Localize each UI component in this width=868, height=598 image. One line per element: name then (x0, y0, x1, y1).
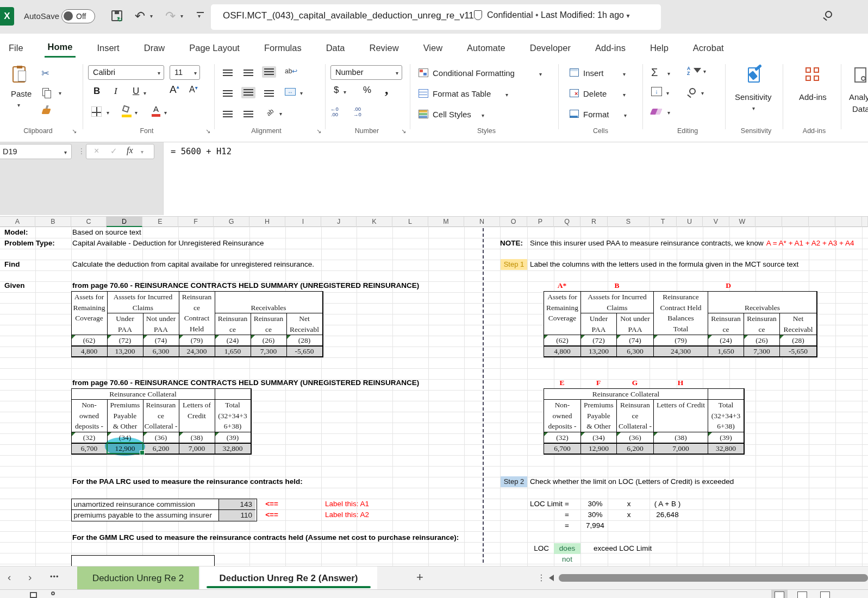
column-header-O[interactable]: O (500, 217, 527, 227)
align-right-icon[interactable] (264, 90, 274, 97)
increase-indent-icon[interactable] (243, 111, 253, 118)
column-header-U[interactable]: U (677, 217, 703, 227)
macro-record-icon[interactable] (30, 592, 37, 598)
ribbon-tab-add-ins[interactable]: Add-ins (592, 38, 629, 57)
column-header-G[interactable]: G (214, 217, 249, 227)
sensitivity-status[interactable]: Confidential • Last Modified: 1h ago ▾ (487, 10, 630, 20)
held-right-code-cell[interactable]: (62) (544, 335, 581, 346)
currency-chevron-icon[interactable]: ▾ (344, 89, 346, 95)
collateral-left-cell-reinsurance-collateral[interactable]: Reinsuran ce Collateral - (143, 400, 179, 432)
sort-filter-button[interactable]: A Z ▾ (687, 66, 703, 78)
column-header-W[interactable]: W (729, 217, 755, 227)
held-right-value-cell[interactable]: 24,300 (654, 346, 708, 357)
held-right-code-cell[interactable]: (28) (780, 335, 817, 346)
held-right-code-cell[interactable]: (72) (581, 335, 617, 346)
column-header-A[interactable]: A (0, 217, 35, 227)
held-left-cell-receivables[interactable]: Receivables (215, 292, 323, 313)
accessibility-icon[interactable] (51, 591, 55, 595)
insert-function-icon[interactable]: fx (127, 146, 133, 155)
column-header-Q[interactable]: Q (554, 217, 580, 227)
column-header-R[interactable]: R (580, 217, 608, 227)
ribbon-tab-view[interactable]: View (420, 38, 446, 57)
collateral-left-value-cell[interactable]: 6,200 (143, 443, 179, 454)
collateral-right-cell-premiums-payable[interactable]: Premiums Payable & Other (581, 400, 617, 432)
held-right-cell-reinsurance-1[interactable]: Reinsuran ce (708, 313, 744, 335)
column-header-blank[interactable] (755, 217, 782, 227)
borders-button-icon[interactable] (91, 106, 102, 117)
held-right-cell-not-under-paa[interactable]: Not under PAA (617, 313, 654, 335)
find-select-icon[interactable] (689, 88, 696, 95)
held-left-code-cell[interactable]: (24) (215, 335, 251, 346)
held-left-value-cell[interactable]: 1,650 (215, 346, 251, 357)
autosum-button[interactable]: Σ (651, 66, 658, 79)
collateral-left-cell-letters-of-credit[interactable]: Letters of Credit (179, 400, 215, 432)
collateral-left-code-cell[interactable]: (38) (179, 432, 215, 443)
collateral-right-code-cell[interactable]: (32) (544, 432, 581, 443)
lrc-value-cell[interactable]: 110 (218, 510, 256, 521)
copy-icon[interactable] (42, 88, 49, 96)
held-right-cell-net-receivable[interactable]: Net Receivabl (780, 313, 817, 335)
autosum-chevron-icon[interactable]: ▾ (667, 71, 670, 77)
collateral-left-code-cell[interactable]: (32) (72, 432, 108, 443)
collateral-right-value-cell[interactable]: 6,200 (617, 443, 654, 454)
collateral-right-code-cell[interactable]: (39) (708, 432, 744, 443)
held-left-cell-under-paa[interactable]: Under PAA (108, 313, 143, 335)
collateral-right-value-cell[interactable]: 6,700 (544, 443, 581, 454)
merge-center-icon[interactable]: ↔ (285, 88, 296, 96)
ribbon-tab-insert[interactable]: Insert (93, 38, 122, 57)
align-top-icon[interactable] (223, 70, 233, 77)
formula-text[interactable]: = 5600 + H12 (171, 144, 232, 159)
orientation-icon[interactable]: ab (265, 107, 275, 117)
fill-down-chevron-icon[interactable]: ▾ (666, 90, 669, 96)
find-value[interactable]: Calculate the deduction from capital ava… (72, 259, 314, 270)
name-box[interactable]: D19 ▾ (0, 144, 72, 159)
held-right-cell-incurred-claims[interactable]: Asssets for Incurred Claims (581, 292, 654, 313)
insert-cells-button[interactable]: Insert ▾ (570, 67, 635, 80)
held-right-value-cell[interactable]: -5,650 (780, 346, 817, 357)
held-left-code-cell[interactable]: (79) (179, 335, 215, 346)
fx-chevron-icon[interactable]: ▾ (141, 149, 143, 155)
ribbon-tab-data[interactable]: Data (323, 38, 348, 57)
collateral-left-cell-total-spacer[interactable] (215, 389, 251, 400)
held-left-value-cell[interactable]: -5,650 (287, 346, 323, 357)
tabbar-menu-icon[interactable]: ⋮ (537, 572, 546, 583)
held-left-code-cell[interactable]: (74) (143, 335, 179, 346)
borders-chevron-icon[interactable]: ▾ (107, 110, 109, 116)
page-layout-view-icon[interactable] (797, 591, 807, 598)
column-header-blank[interactable] (862, 217, 868, 227)
sheet-next-icon[interactable]: › (28, 571, 32, 583)
paste-button[interactable]: Paste ▾ (5, 65, 35, 121)
ribbon-tab-draw[interactable]: Draw (141, 38, 168, 57)
model-value[interactable]: Based on source text (72, 227, 141, 238)
column-header-F[interactable]: F (178, 217, 214, 227)
copy-chevron-icon[interactable]: ▾ (59, 90, 61, 96)
held-right-cell-under-paa[interactable]: Under PAA (581, 313, 617, 335)
collateral-right-cell-total[interactable]: Total (32+34+3 6+38) (708, 400, 744, 432)
comma-style-button[interactable]: , (385, 81, 389, 98)
document-title[interactable]: OSFI.MCT_(043)_capital_available_deducti… (223, 10, 474, 21)
column-header-L[interactable]: L (392, 217, 428, 227)
collateral-left-cell-total[interactable]: Total (32+34+3 6+38) (215, 400, 251, 432)
held-right-code-cell[interactable]: (74) (617, 335, 654, 346)
align-bottom-icon[interactable] (262, 66, 276, 78)
held-left-cell-not-under-paa[interactable]: Not under PAA (143, 313, 179, 335)
selected-cell-outline[interactable] (107, 442, 143, 454)
collateral-left-value-cell[interactable]: 32,800 (215, 443, 251, 454)
column-header-M[interactable]: M (428, 217, 464, 227)
currency-button[interactable]: $ (334, 85, 339, 96)
title-chevron-icon[interactable]: ▾ (626, 12, 629, 20)
step2-badge[interactable]: Step 2 (501, 476, 527, 487)
wrap-text-icon[interactable]: ab↩ (285, 67, 297, 75)
align-left-icon[interactable] (223, 90, 233, 97)
decrease-decimal-icon[interactable]: .00 →0 (353, 106, 361, 117)
percent-button[interactable]: % (363, 85, 371, 96)
held-left-code-cell[interactable]: (28) (287, 335, 323, 346)
column-header-D[interactable]: D (107, 217, 142, 227)
collateral-right-cell-non-owned[interactable]: Non- owned deposits - (544, 400, 581, 432)
worksheet[interactable]: Model:Based on source textProblem Type:C… (0, 227, 868, 566)
fill-color-button[interactable] (122, 105, 132, 117)
held-left-cell-incurred-claims[interactable]: Asssets for Incurred Claims (108, 292, 179, 313)
number-dialog-launcher-icon[interactable]: ↘ (401, 128, 406, 135)
held-left-code-cell[interactable]: (62) (72, 335, 108, 346)
ribbon-tab-acrobat[interactable]: Acrobat (690, 38, 727, 57)
